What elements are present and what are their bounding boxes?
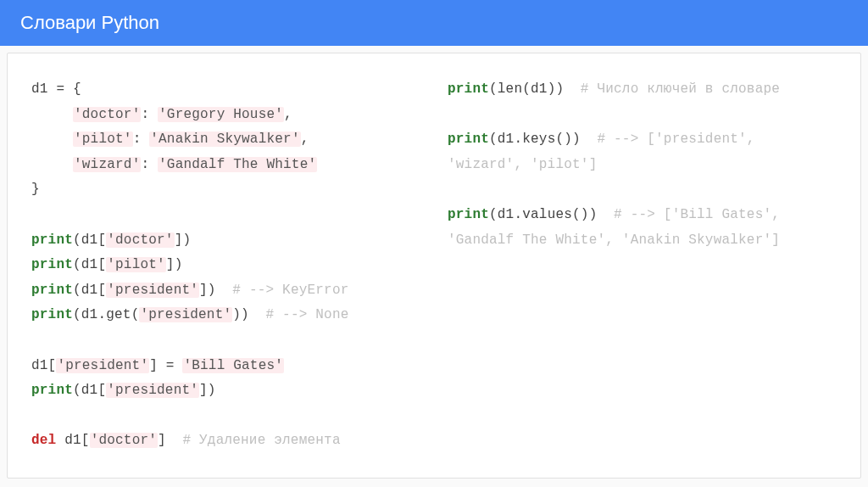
- code-line: 'doctor': 'Gregory House',: [31, 107, 292, 122]
- code-line: 'wizard': 'Gandalf The White': [31, 157, 317, 172]
- code-line: del d1['doctor'] # Удаление элемента: [31, 433, 341, 448]
- slide-content: d1 = { 'doctor': 'Gregory House', 'pilot…: [7, 53, 861, 479]
- slide-header: Словари Python: [0, 0, 868, 46]
- slide-title: Словари Python: [20, 12, 159, 33]
- code-line: print(len(d1)) # Число ключей в словаре: [448, 81, 780, 97]
- code-line: print(d1.keys()) # --> ['president', 'wi…: [448, 132, 763, 172]
- code-line: print(d1['pilot']): [31, 257, 182, 272]
- code-line: print(d1['president']): [31, 383, 216, 398]
- code-left-column: d1 = { 'doctor': 'Gregory House', 'pilot…: [31, 77, 420, 454]
- code-line: }: [31, 182, 40, 197]
- code-line: 'pilot': 'Anakin Skywalker',: [31, 132, 309, 147]
- code-line: print(d1['president']) # --> KeyError: [31, 283, 349, 298]
- code-line: print(d1.get('president')) # --> None: [31, 307, 349, 322]
- code-line: d1['president'] = 'Bill Gates': [31, 358, 284, 373]
- code-line: print(d1.values()) # --> ['Bill Gates', …: [448, 207, 788, 248]
- code-line: print(d1['doctor']): [31, 232, 191, 248]
- code-right-column: print(len(d1)) # Число ключей в словаре …: [448, 77, 837, 454]
- code-line: d1 = {: [31, 81, 81, 97]
